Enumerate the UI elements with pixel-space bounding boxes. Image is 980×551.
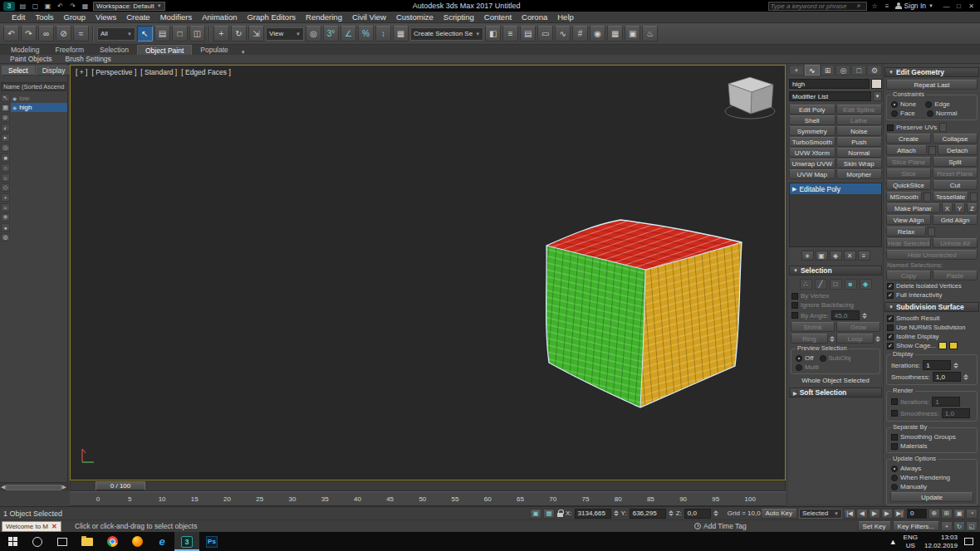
layer-manager-icon[interactable]: ▤ <box>520 26 536 41</box>
modifier-button[interactable]: Symmetry <box>789 126 835 136</box>
file-explorer-button[interactable] <box>75 532 100 551</box>
bind-spacewarp-icon[interactable]: ≈ <box>73 26 89 41</box>
quickslice-button[interactable]: QuickSlice <box>886 180 931 190</box>
slice-plane-button[interactable]: Slice Plane <box>886 157 931 167</box>
edge-button[interactable]: e <box>149 532 174 551</box>
redo-small-icon[interactable]: ↷ <box>67 2 78 11</box>
menu-item[interactable]: Views <box>91 12 121 22</box>
pin-stack-icon[interactable]: ∗ <box>801 251 814 261</box>
key-mode-dropdown[interactable]: Selected▼ <box>799 509 842 519</box>
photoshop-button[interactable]: Ps <box>199 532 224 551</box>
selection-lock-icon[interactable] <box>557 513 563 517</box>
cut-button[interactable]: Cut <box>933 180 978 190</box>
curve-editor-icon[interactable]: ∿ <box>555 26 571 41</box>
zoom-extents-icon[interactable]: ▣ <box>953 509 965 519</box>
ring-spinner[interactable] <box>830 336 835 342</box>
menu-item[interactable]: Civil View <box>347 12 391 22</box>
x-coordinate-field[interactable]: 3134,665 <box>575 509 611 519</box>
close-icon[interactable]: ✕ <box>966 2 977 11</box>
preview-multi-radio[interactable] <box>796 364 802 371</box>
modifier-button[interactable]: Noise <box>836 126 883 136</box>
polygon-icon[interactable]: ■ <box>845 279 857 290</box>
render-smoothness-field[interactable]: 1,0 <box>942 408 970 418</box>
detach-button[interactable]: Detach <box>938 145 978 155</box>
firefox-button[interactable] <box>125 532 149 551</box>
by-angle-spinner[interactable] <box>862 313 867 319</box>
utilities-tab-icon[interactable]: ⚙ <box>867 65 882 76</box>
menu-item[interactable]: Modifiers <box>155 12 198 22</box>
filter-cameras-icon[interactable]: ◇ <box>1 183 10 192</box>
display-smoothness-field[interactable]: 1,0 <box>933 372 961 382</box>
spinner-snap-icon[interactable]: ↕ <box>375 26 391 41</box>
materials-checkbox[interactable] <box>891 443 898 450</box>
workspace-dropdown[interactable]: Workspace: Default ▼ <box>93 2 165 11</box>
time-slider[interactable]: 0 / 100 <box>96 481 145 490</box>
paste-button[interactable]: Paste <box>933 271 978 280</box>
rect-region-icon[interactable]: □ <box>172 26 188 41</box>
select-invert-icon[interactable]: ◐ <box>1 124 10 132</box>
select-all-icon[interactable]: ▦ <box>1 104 10 112</box>
copy-button[interactable]: Copy <box>886 271 931 280</box>
element-icon[interactable]: ◆ <box>860 279 872 290</box>
action-center-icon[interactable] <box>964 538 973 545</box>
grid-align-button[interactable]: Grid Align <box>933 215 978 225</box>
isoline-display-checkbox[interactable] <box>887 334 894 340</box>
use-nurms-checkbox[interactable] <box>887 324 894 331</box>
shrink-button[interactable]: Shrink <box>791 322 835 332</box>
rollout-soft-selection[interactable]: ▶Soft Selection <box>789 388 882 397</box>
rollout-selection[interactable]: ▼Selection <box>789 266 882 276</box>
menu-item[interactable]: Create <box>121 12 155 22</box>
isolate-selection-icon[interactable]: ▣ <box>530 509 541 519</box>
display-iterations-field[interactable]: 1 <box>923 360 951 370</box>
make-unique-icon[interactable]: ◈ <box>830 251 842 261</box>
relax-button[interactable]: Relax <box>886 227 926 236</box>
edge-icon[interactable]: ╱ <box>815 279 827 290</box>
ribbon-toggle-icon[interactable]: ▭ <box>537 26 553 41</box>
ribbon-tab[interactable]: Populate <box>193 45 236 55</box>
select-move-icon[interactable]: + <box>213 26 229 41</box>
clock[interactable]: 13:0312.02.2019 <box>924 534 958 549</box>
render-smoothness-checkbox[interactable] <box>891 410 898 417</box>
menu-item[interactable]: Group <box>59 12 91 22</box>
orbit-icon[interactable]: ↻ <box>953 521 965 531</box>
msmooth-button[interactable]: MSmooth <box>886 192 922 202</box>
pick-material-icon[interactable]: ◍ <box>1 233 10 241</box>
select-object-icon[interactable]: ↖ <box>137 26 153 41</box>
select-rotate-icon[interactable]: ↻ <box>231 26 247 41</box>
named-selection-sets-icon[interactable]: ▦ <box>393 26 409 41</box>
explorer-tab[interactable]: Select <box>2 66 35 76</box>
add-time-tag[interactable]: Add Time Tag <box>703 522 747 530</box>
search-icon[interactable]: ⌕ <box>854 2 865 11</box>
menu-item[interactable]: Tools <box>30 12 58 22</box>
selection-set-dropdown[interactable]: Create Selection Se▼ <box>410 27 483 41</box>
help-menu-icon[interactable]: ≡ <box>882 2 893 11</box>
explorer-select-icon[interactable]: ↖ <box>1 94 10 102</box>
selection-filter-dropdown[interactable]: All▼ <box>97 27 135 41</box>
render-iterations-field[interactable]: 1 <box>932 397 960 407</box>
material-editor-icon[interactable]: ◉ <box>590 26 605 41</box>
modifier-button[interactable]: Morpher <box>836 169 883 179</box>
render-production-icon[interactable]: ♨ <box>642 26 658 41</box>
ribbon-tab[interactable]: Freeform <box>48 45 91 55</box>
display-smoothness-spinner[interactable] <box>963 374 968 380</box>
ribbon-subtab[interactable]: Brush Settings <box>59 55 118 63</box>
modifier-button[interactable]: Shell <box>789 115 835 125</box>
constraint-none-radio[interactable] <box>891 101 898 108</box>
select-children-icon[interactable]: ▸ <box>1 134 10 142</box>
slice-button[interactable]: Slice <box>886 168 931 178</box>
go-to-end-icon[interactable]: ▶| <box>894 509 905 519</box>
split-button[interactable]: Split <box>933 157 978 167</box>
configure-modifier-sets-icon[interactable]: ≡ <box>858 251 870 261</box>
preview-off-radio[interactable] <box>796 355 802 362</box>
tray-expand-icon[interactable]: ▲ <box>889 538 897 546</box>
freeze-icon[interactable]: ❄ <box>1 213 10 222</box>
hierarchy-tab-icon[interactable]: ⊞ <box>821 65 835 76</box>
close-icon[interactable]: ✕ <box>51 523 57 530</box>
search-input[interactable] <box>771 2 852 10</box>
unhide-all-button[interactable]: Unhide All <box>933 238 978 248</box>
display-iterations-spinner[interactable] <box>953 363 958 368</box>
constraint-face-radio[interactable] <box>891 110 898 117</box>
modifier-button[interactable]: Normal <box>836 148 883 158</box>
expand-icon[interactable]: ▶ <box>792 186 796 193</box>
chevron-down-icon[interactable]: ▼ <box>873 91 882 101</box>
